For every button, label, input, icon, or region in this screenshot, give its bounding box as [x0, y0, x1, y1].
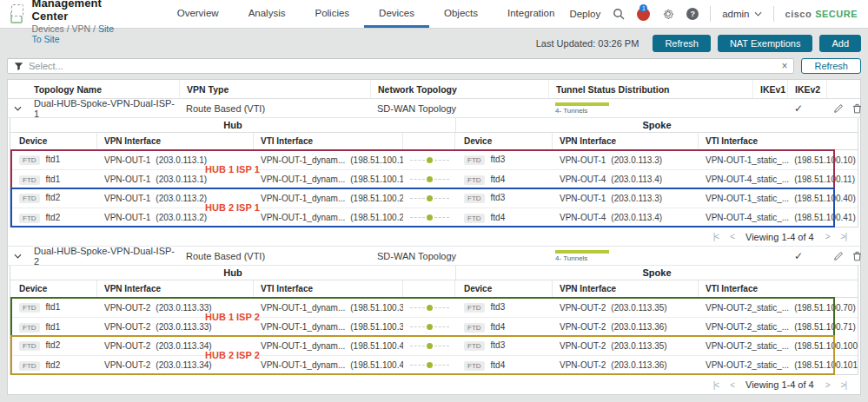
spoke-vpn-interface-cell: VPN-OUT-1(203.0.113.3) — [553, 194, 699, 203]
hub-vti-ip: (198.51.100.2) — [350, 213, 403, 222]
first-page-icon[interactable]: |< — [713, 232, 719, 241]
edit-icon[interactable] — [833, 103, 844, 114]
hub-device-cell: FTDftd2 — [10, 193, 97, 203]
user-menu[interactable]: admin — [722, 9, 761, 19]
table-header-row: Topology Name VPN Type Network Topology … — [8, 80, 860, 99]
status-dash — [434, 326, 449, 327]
spoke-device-cell: FTDftd4 — [455, 322, 553, 333]
topology-row[interactable]: Dual-HUB-Spoke-VPN-Dual-ISP-1 Route Base… — [8, 99, 860, 118]
status-dash — [410, 365, 425, 366]
deploy-status-icon[interactable]: 1 — [637, 8, 650, 21]
last-page-icon[interactable]: >| — [841, 380, 846, 390]
gear-icon[interactable] — [661, 7, 675, 21]
topology-row[interactable]: Dual-HUB-Spoke-VPN-Dual-ISP-2 Route Base… — [8, 247, 860, 266]
tunnel-row[interactable]: FTDftd1 VPN-OUT-1(203.0.113.1) VPN-OUT-1… — [10, 150, 858, 169]
status-dash — [434, 179, 449, 180]
nav-devices[interactable]: Devices — [364, 0, 429, 28]
tunnel-count-label: 4- Tunnels — [555, 254, 752, 262]
spoke-vti-interface-cell: VPN-OUT-1_static_...(198.51.100.10) — [699, 155, 858, 165]
cisco-wordmark: cisco — [785, 9, 812, 19]
spoke-vti-interface-cell: VPN-OUT-2_static_...(198.51.100.100) — [699, 341, 858, 351]
status-dash — [410, 160, 425, 161]
delete-icon[interactable] — [852, 103, 862, 114]
inner-header-row: Device VPN Interface VTI Interface Devic… — [10, 133, 858, 150]
next-page-icon[interactable]: > — [825, 232, 830, 241]
status-dash — [410, 217, 425, 218]
spoke-vti-interface-cell: VPN-OUT-2_static_...(198.51.100.70) — [699, 303, 858, 313]
hub-vti-ip: (198.51.100.4) — [350, 360, 403, 370]
hub-device-name: ftd1 — [46, 302, 61, 312]
ftd-badge: FTD — [464, 303, 485, 313]
last-page-icon[interactable]: >| — [841, 232, 846, 241]
spoke-vti-interface-cell: VPN-OUT-1_static_...(198.51.100.40) — [699, 194, 858, 203]
spoke-device-cell: FTDftd4 — [455, 175, 553, 185]
hub-device-cell: FTDftd1 — [10, 155, 97, 165]
filter-refresh-button[interactable]: Refresh — [801, 58, 861, 74]
refresh-button[interactable]: Refresh — [653, 35, 711, 52]
tunnel-row[interactable]: FTDftd2 VPN-OUT-2(203.0.113.34) VPN-OUT-… — [10, 336, 858, 355]
annotation-label: HUB 1 ISP 1 — [205, 164, 260, 175]
hub-vpn-name: VPN-OUT-2 — [104, 360, 150, 370]
group-list: HUB 1 ISP 1 FTDftd1 VPN-OUT-1(203.0.113.… — [10, 150, 858, 227]
nav-objects[interactable]: Objects — [429, 0, 493, 28]
filter-search-box[interactable]: × — [7, 58, 794, 74]
status-dash — [434, 365, 449, 366]
topology-name: Dual-HUB-Spoke-VPN-Dual-ISP-2 — [27, 246, 179, 267]
nav-overview[interactable]: Overview — [162, 0, 234, 28]
hub-vpn-ip: (203.0.113.1) — [156, 155, 207, 165]
help-icon[interactable]: ? — [686, 8, 699, 20]
collapse-chevron-icon[interactable] — [8, 106, 27, 111]
spoke-vti-ip: (198.51.100.70) — [794, 303, 856, 313]
clear-filter-icon[interactable]: × — [781, 60, 787, 72]
tunnel-status-cell — [403, 195, 455, 201]
hub-spoke-header: Hub Spoke — [10, 118, 858, 133]
ftd-badge: FTD — [19, 155, 40, 165]
tunnel-row[interactable]: FTDftd2 VPN-OUT-1(203.0.113.2) VPN-OUT-1… — [10, 188, 858, 208]
site-to-site-table: Topology Name VPN Type Network Topology … — [7, 79, 861, 395]
spoke-vpn-name: VPN-OUT-1 — [560, 155, 606, 165]
prev-page-icon[interactable]: < — [730, 232, 734, 241]
hub-vpn-interface-cell: VPN-OUT-1(203.0.113.2) — [97, 213, 254, 222]
notification-badge: 1 — [639, 4, 647, 12]
nav-analysis[interactable]: Analysis — [234, 0, 301, 28]
topology-list: Dual-HUB-Spoke-VPN-Dual-ISP-1 Route Base… — [8, 99, 860, 394]
action-toolbar: Last Updated: 03:26 PM Refresh NAT Exemp… — [0, 29, 868, 52]
tunnel-row[interactable]: FTDftd1 VPN-OUT-2(203.0.113.33) VPN-OUT-… — [10, 298, 858, 317]
nav-integration[interactable]: Integration — [493, 0, 569, 28]
filter-input[interactable] — [29, 61, 776, 71]
add-button[interactable]: Add — [819, 35, 861, 52]
nat-exemptions-button[interactable]: NAT Exemptions — [718, 35, 813, 52]
edit-icon[interactable] — [833, 251, 844, 261]
hub-device-cell: FTDftd1 — [10, 175, 97, 185]
delete-icon[interactable] — [852, 251, 862, 261]
hub-vpn-interface-cell: VPN-OUT-1(203.0.113.2) — [97, 194, 254, 203]
hub-group: HUB 1 ISP 2 FTDftd1 VPN-OUT-2(203.0.113.… — [10, 298, 858, 336]
spoke-vpn-name: VPN-OUT-2 — [560, 360, 606, 370]
prev-page-icon[interactable]: < — [730, 380, 734, 390]
username: admin — [722, 9, 749, 19]
ftd-badge: FTD — [464, 341, 485, 351]
tunnel-status-distribution: 4- Tunnels — [548, 102, 752, 115]
spoke-vpn-ip: (203.0.113.4) — [611, 175, 662, 184]
collapse-chevron-icon[interactable] — [8, 254, 27, 259]
ftd-badge: FTD — [19, 214, 40, 223]
spoke-vti-name: VPN-OUT-4_static_... — [706, 213, 789, 222]
tunnel-status-bar — [555, 250, 609, 254]
first-page-icon[interactable]: |< — [713, 380, 719, 390]
tunnel-row[interactable]: FTDftd2 VPN-OUT-2(203.0.113.34) VPN-OUT-… — [10, 355, 858, 374]
tunnel-status-cell — [403, 305, 455, 311]
hub-col-vti-interface: VTI Interface — [254, 133, 403, 149]
hub-vpn-name: VPN-OUT-2 — [104, 341, 150, 351]
spoke-vti-ip: (198.51.100.10) — [794, 155, 856, 165]
tunnel-row[interactable]: FTDftd2 VPN-OUT-1(203.0.113.2) VPN-OUT-1… — [10, 208, 858, 227]
spoke-vpn-name: VPN-OUT-4 — [560, 213, 606, 222]
deploy-button[interactable]: Deploy — [569, 9, 600, 19]
spoke-vpn-interface-cell: VPN-OUT-2(203.0.113.35) — [553, 303, 699, 313]
next-page-icon[interactable]: > — [825, 380, 830, 390]
tunnel-row[interactable]: FTDftd1 VPN-OUT-1(203.0.113.1) VPN-OUT-1… — [10, 169, 858, 188]
ftd-badge: FTD — [464, 323, 485, 333]
nav-policies[interactable]: Policies — [300, 0, 364, 28]
tunnel-row[interactable]: FTDftd1 VPN-OUT-2(203.0.113.33) VPN-OUT-… — [10, 317, 858, 336]
tunnel-up-dot-icon — [427, 176, 433, 182]
search-icon[interactable] — [612, 7, 626, 21]
